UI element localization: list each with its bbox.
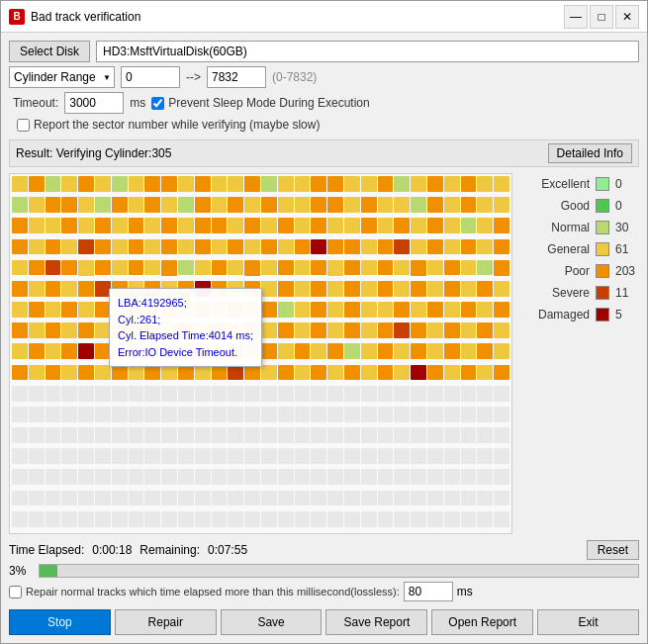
grid-cell (394, 427, 410, 443)
grid-cell (378, 427, 394, 443)
grid-cell (212, 281, 228, 297)
repair-checkbox[interactable] (9, 586, 22, 598)
grid-cell (394, 322, 410, 338)
prevent-sleep-checkbox[interactable] (151, 97, 164, 110)
grid-cell (444, 176, 460, 192)
grid-cell (261, 491, 277, 506)
grid-cell (161, 322, 177, 338)
grid-cell (361, 448, 377, 464)
range-end-input[interactable] (207, 66, 266, 88)
grid-cell (29, 322, 45, 338)
grid-cell (261, 469, 277, 485)
save-report-button[interactable]: Save Report (325, 609, 427, 635)
grid-cell (144, 365, 160, 381)
repair-button[interactable]: Repair (115, 609, 217, 635)
grid-cell (461, 197, 477, 213)
grid-cell (394, 343, 410, 359)
save-button[interactable]: Save (221, 609, 323, 635)
grid-cell (46, 491, 61, 506)
grid-cell (378, 239, 394, 255)
grid-cell (461, 302, 477, 318)
close-button[interactable]: ✕ (615, 5, 639, 29)
grid-cell (494, 343, 509, 359)
grid-cell (178, 239, 194, 255)
grid-cell (461, 260, 477, 276)
grid-cell (178, 343, 194, 359)
grid-cell (195, 239, 211, 255)
grid-cell (129, 322, 144, 338)
timeout-input[interactable] (64, 92, 124, 114)
select-disk-button[interactable]: Select Disk (9, 41, 90, 62)
grid-cell (444, 469, 460, 485)
grid-cell (411, 407, 426, 422)
grid-cell (394, 239, 410, 255)
legend-label: General (547, 242, 590, 256)
grid-cell (278, 281, 294, 297)
grid-cell (327, 176, 343, 192)
range-type-dropdown-wrap[interactable]: Cylinder Range (9, 66, 115, 88)
repair-ms-input[interactable] (404, 582, 453, 601)
grid-cell (244, 176, 260, 192)
grid-cell (95, 427, 111, 443)
grid-cell (411, 365, 426, 381)
legend-count: 5 (615, 308, 639, 322)
grid-cell (494, 302, 509, 318)
grid-cell (228, 176, 243, 192)
range-start-input[interactable] (121, 66, 180, 88)
grid-cell (327, 427, 343, 443)
grid-cell (244, 469, 260, 485)
grid-cell (212, 386, 228, 402)
content-area: Select Disk HD3:MsftVirtualDisk(60GB) Cy… (1, 33, 647, 643)
grid-cell (311, 491, 326, 506)
grid-cell (327, 407, 343, 422)
grid-cell (12, 469, 28, 485)
grid-cell (144, 302, 160, 318)
grid-cell (444, 218, 460, 233)
detailed-info-button[interactable]: Detailed Info (548, 143, 632, 163)
grid-cell (244, 491, 260, 506)
grid-cell (344, 197, 360, 213)
grid-cell (12, 176, 28, 192)
grid-cell (78, 469, 94, 485)
legend-item: General 61 (520, 242, 639, 256)
open-report-button[interactable]: Open Report (431, 609, 533, 635)
grid-cell (61, 469, 77, 485)
grid-cell (29, 365, 45, 381)
grid-cell (494, 239, 509, 255)
grid-cell (261, 386, 277, 402)
grid-cell (195, 176, 211, 192)
grid-cell (129, 302, 144, 318)
grid-cell (244, 260, 260, 276)
grid-cell (178, 427, 194, 443)
grid-cell (311, 176, 326, 192)
grid-cell (161, 302, 177, 318)
grid-cell (29, 427, 45, 443)
grid-cell (344, 281, 360, 297)
grid-cell (278, 239, 294, 255)
repair-checkbox-label[interactable]: Repair normal tracks which time elapsed … (9, 586, 400, 598)
grid-cell (494, 427, 509, 443)
grid-cell (295, 281, 311, 297)
grid-cell (411, 322, 426, 338)
legend-label: Excellent (541, 177, 590, 191)
grid-cell (361, 176, 377, 192)
grid-cell (244, 302, 260, 318)
prevent-sleep-label[interactable]: Prevent Sleep Mode During Execution (151, 96, 369, 110)
reset-button[interactable]: Reset (587, 540, 639, 560)
grid-cell (61, 239, 77, 255)
grid-cell (361, 386, 377, 402)
range-type-dropdown[interactable]: Cylinder Range (9, 66, 115, 88)
exit-button[interactable]: Exit (537, 609, 639, 635)
legend-label: Damaged (538, 308, 590, 322)
grid-cell (95, 322, 111, 338)
grid-cell (112, 365, 128, 381)
report-sector-checkbox[interactable] (17, 119, 30, 132)
grid-cell (78, 302, 94, 318)
grid-cell (461, 407, 477, 422)
grid-cell (427, 197, 443, 213)
legend-label: Severe (552, 286, 590, 300)
report-sector-label[interactable]: Report the sector number while verifying… (17, 118, 320, 132)
maximize-button[interactable]: □ (590, 5, 613, 29)
stop-button[interactable]: Stop (9, 609, 111, 635)
minimize-button[interactable]: — (564, 5, 588, 29)
